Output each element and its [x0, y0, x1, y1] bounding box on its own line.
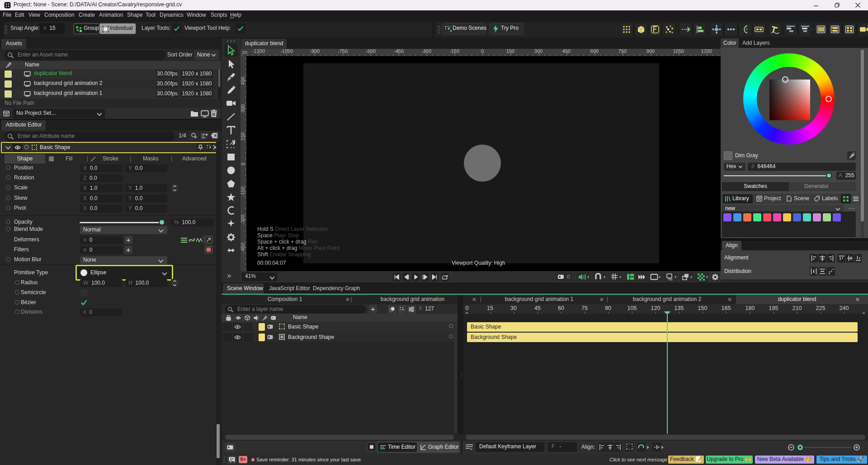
svg-text:450: 450 — [241, 77, 245, 85]
svg-text:120: 120 — [651, 305, 660, 311]
svg-text:-150: -150 — [241, 187, 245, 197]
svg-text:0: 0 — [466, 305, 469, 311]
svg-text:0: 0 — [567, 274, 570, 280]
svg-text:150: 150 — [698, 305, 708, 311]
svg-text:225: 225 — [816, 305, 826, 311]
svg-text:300: 300 — [241, 104, 245, 113]
svg-text:180: 180 — [745, 305, 755, 311]
svg-text:0: 0 — [241, 163, 245, 165]
svg-text:60: 60 — [558, 305, 564, 311]
svg-text:150: 150 — [241, 132, 245, 141]
svg-text:135: 135 — [675, 305, 684, 311]
svg-text:105: 105 — [627, 305, 637, 311]
svg-text:30: 30 — [510, 305, 517, 311]
svg-text:195: 195 — [769, 305, 778, 311]
svg-text:210: 210 — [793, 305, 802, 311]
svg-text:45: 45 — [534, 305, 541, 311]
svg-text:90: 90 — [605, 305, 611, 311]
svg-text:165: 165 — [722, 305, 731, 311]
svg-text:75: 75 — [581, 305, 588, 311]
svg-text:-450: -450 — [241, 243, 245, 253]
svg-text:-300: -300 — [241, 215, 245, 225]
svg-text:»: » — [227, 271, 231, 280]
svg-text:15: 15 — [487, 305, 493, 311]
svg-text:240: 240 — [840, 305, 849, 311]
